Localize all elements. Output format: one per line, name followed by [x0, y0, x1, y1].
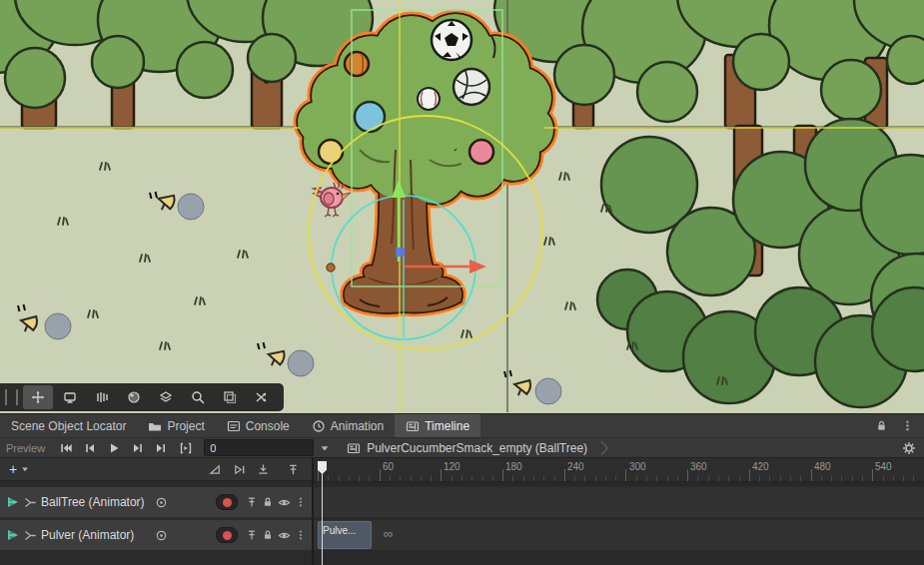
pink-ball[interactable]: [469, 140, 493, 164]
tab-timeline[interactable]: Timeline: [395, 414, 480, 437]
tab-console[interactable]: Console: [216, 414, 301, 437]
goto-end-icon: [155, 441, 169, 455]
toolbar-drag-handle[interactable]: [5, 389, 18, 405]
ripple-mode-icon[interactable]: [233, 463, 246, 476]
mix-mode-icon[interactable]: [209, 463, 222, 476]
track-header-pulver[interactable]: Pulver (Animator): [0, 520, 312, 550]
track-lane-pulver[interactable]: Pulve... ∞: [314, 520, 924, 550]
timeline-icon: [406, 419, 420, 433]
ruler-label: 360: [690, 461, 707, 472]
add-track-button[interactable]: +: [0, 458, 39, 480]
lock-icon[interactable]: [262, 529, 274, 541]
eye-icon[interactable]: [278, 529, 291, 542]
previous-frame-button[interactable]: [78, 439, 102, 456]
object-picker-target-icon[interactable]: [155, 529, 168, 542]
breadcrumb-chevron-icon: [599, 439, 609, 457]
clock-icon: [312, 419, 326, 433]
pivot-handle-dot[interactable]: [327, 264, 335, 272]
goto-start-button[interactable]: [54, 439, 78, 456]
isometric-tool-button[interactable]: [151, 385, 181, 409]
tab-label: Console: [246, 419, 290, 433]
chevron-down-icon: [20, 464, 30, 474]
timeline-transport-bar: Preview PulverCucumberSmack_empty (BallT…: [0, 437, 924, 458]
timeline-ruler[interactable]: 60 120 180 240 300 360 420 480 540: [314, 458, 924, 482]
goto-end-button[interactable]: [150, 439, 174, 456]
tab-label: Timeline: [425, 419, 469, 433]
ruler-label: 540: [875, 461, 892, 472]
soccer-ball[interactable]: [432, 20, 471, 60]
baseball[interactable]: [418, 88, 440, 110]
ruler-label: 300: [629, 461, 646, 472]
timeline-breadcrumb[interactable]: PulverCucumberSmack_empty (BallTree): [347, 439, 609, 457]
tab-project[interactable]: Project: [137, 414, 215, 437]
timeline-body: + BallTree (Animator): [0, 458, 924, 565]
pin-icon[interactable]: [246, 529, 258, 541]
lock-icon[interactable]: [875, 419, 888, 432]
tab-bar-right-controls: [875, 414, 924, 437]
next-frame-button[interactable]: [126, 439, 150, 456]
record-dot: [223, 531, 232, 540]
preview-toggle[interactable]: Preview: [0, 442, 54, 454]
ruler-label: 240: [567, 461, 584, 472]
record-dot: [223, 498, 232, 507]
zoom-tool-button[interactable]: [183, 385, 213, 409]
chevron-down-icon: [319, 442, 331, 454]
yellow-ball[interactable]: [319, 140, 343, 164]
timeline-clip-area[interactable]: 60 120 180 240 300 360 420 480 540 Pulve…: [314, 458, 924, 565]
timeline-editor-window: Scene Object Locator Project Console Ani…: [0, 0, 924, 565]
object-picker-target-icon[interactable]: [155, 496, 168, 509]
add-track-label: +: [9, 461, 17, 477]
replace-mode-icon[interactable]: [257, 463, 270, 476]
ruler-label: 60: [383, 461, 394, 472]
move-tool-button[interactable]: [23, 385, 53, 409]
playhead[interactable]: [318, 458, 328, 565]
shuffle-tool-button[interactable]: [247, 385, 277, 409]
track-lane-balltree[interactable]: [314, 487, 924, 517]
view-tool-button[interactable]: [55, 385, 85, 409]
ruler-label: 120: [444, 461, 461, 472]
tab-scene-object-locator[interactable]: Scene Object Locator: [0, 414, 137, 437]
lock-icon[interactable]: [262, 496, 274, 508]
breadcrumb-label: PulverCucumberSmack_empty (BallTree): [367, 441, 587, 455]
record-button[interactable]: [216, 494, 238, 510]
frame-options-dropdown[interactable]: [319, 442, 331, 454]
tab-animation[interactable]: Animation: [301, 414, 395, 437]
tab-label: Project: [167, 419, 204, 433]
kebab-menu-icon[interactable]: [295, 496, 307, 508]
scene-canvas[interactable]: [0, 0, 924, 413]
play-range-button[interactable]: [174, 439, 198, 456]
current-frame-input[interactable]: [204, 439, 314, 456]
record-button[interactable]: [216, 527, 238, 543]
goto-start-icon: [59, 441, 73, 455]
kebab-menu-icon[interactable]: [295, 529, 307, 541]
layers-tool-button[interactable]: [215, 385, 245, 409]
tab-label: Scene Object Locator: [11, 419, 126, 433]
blue-ball[interactable]: [355, 102, 385, 132]
ruler-major-ticks: [318, 469, 924, 481]
ruler-label: 180: [505, 461, 522, 472]
eye-icon[interactable]: [278, 496, 291, 509]
timeline-settings-button[interactable]: [902, 441, 916, 455]
track-name: BallTree (Animator): [41, 495, 151, 509]
animation-track-icon: [6, 528, 20, 542]
pumpkin[interactable]: [345, 52, 369, 76]
xy-plane-handle[interactable]: [396, 248, 405, 257]
next-frame-icon: [131, 441, 145, 455]
markers-toggle-pin-icon[interactable]: [287, 463, 300, 476]
infinite-clip-marker: ∞: [384, 527, 393, 540]
track-name: Pulver (Animator): [41, 528, 151, 542]
volleyball[interactable]: [454, 69, 489, 105]
pin-icon[interactable]: [246, 496, 258, 508]
animation-track-icon: [6, 495, 20, 509]
grid-brush-tool-button[interactable]: [87, 385, 117, 409]
scene-view[interactable]: [0, 0, 924, 413]
scene-toolbar: [0, 383, 284, 411]
track-header-balltree[interactable]: BallTree (Animator): [0, 487, 312, 517]
kebab-menu-icon[interactable]: [901, 419, 914, 432]
edit-mode-buttons: [209, 463, 300, 476]
previous-frame-icon: [83, 441, 97, 455]
folder-icon: [148, 419, 162, 433]
sphere-tool-button[interactable]: [119, 385, 149, 409]
timeline-asset-icon: [347, 441, 361, 455]
play-button[interactable]: [102, 439, 126, 456]
